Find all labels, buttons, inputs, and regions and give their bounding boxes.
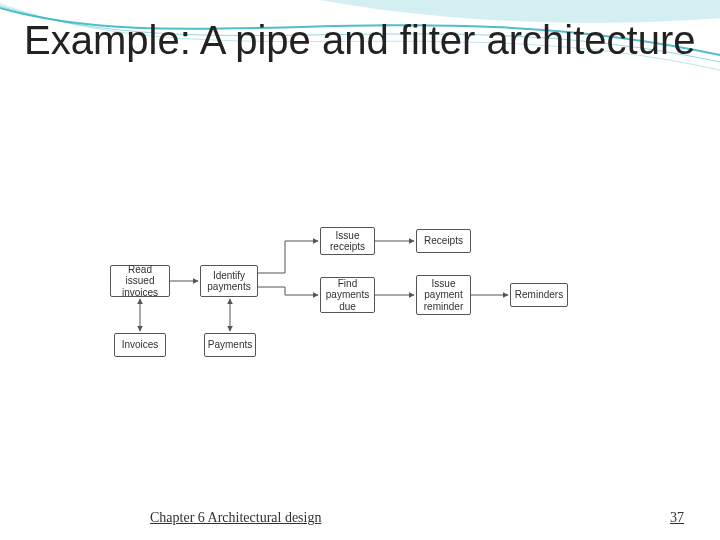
slide-title: Example: A pipe and filter architecture — [24, 18, 695, 62]
slide: Example: A pipe and filter architecture … — [0, 0, 720, 540]
diagram-arrows — [110, 215, 630, 375]
pipe-filter-diagram: Read issued invoices Identify payments I… — [110, 215, 630, 375]
footer-page-number: 37 — [670, 510, 684, 526]
footer-chapter: Chapter 6 Architectural design — [150, 510, 321, 526]
